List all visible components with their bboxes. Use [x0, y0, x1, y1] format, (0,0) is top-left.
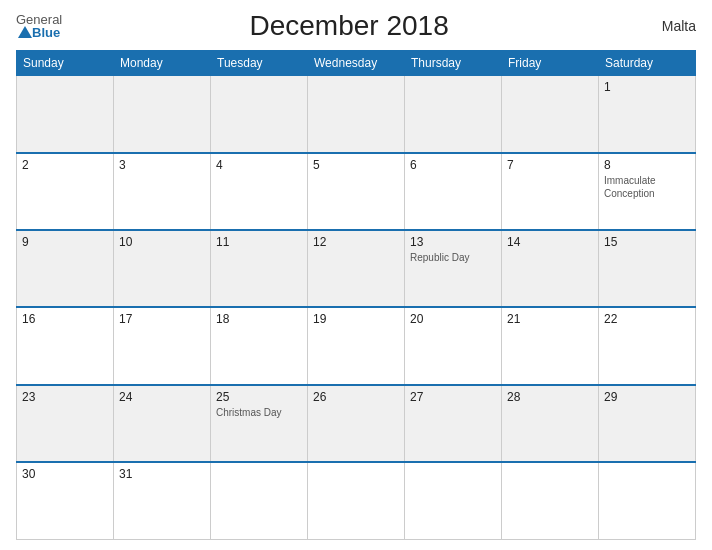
col-thursday: Thursday — [405, 51, 502, 76]
calendar-cell: 18 — [211, 307, 308, 384]
day-number: 4 — [216, 158, 302, 172]
calendar-cell: 13Republic Day — [405, 230, 502, 307]
day-number: 29 — [604, 390, 690, 404]
calendar-cell: 3 — [114, 153, 211, 230]
calendar-cell: 2 — [17, 153, 114, 230]
day-number: 13 — [410, 235, 496, 249]
calendar-cell: 19 — [308, 307, 405, 384]
calendar-cell: 12 — [308, 230, 405, 307]
day-number: 15 — [604, 235, 690, 249]
calendar-cell: 8Immaculate Conception — [599, 153, 696, 230]
calendar-cell — [599, 462, 696, 539]
logo: General Blue — [16, 13, 62, 39]
day-number: 14 — [507, 235, 593, 249]
calendar-cell: 31 — [114, 462, 211, 539]
days-header-row: Sunday Monday Tuesday Wednesday Thursday… — [17, 51, 696, 76]
calendar-cell — [308, 462, 405, 539]
col-sunday: Sunday — [17, 51, 114, 76]
day-number: 26 — [313, 390, 399, 404]
calendar-cell: 25Christmas Day — [211, 385, 308, 462]
table-row: 1 — [17, 76, 696, 153]
calendar-cell: 20 — [405, 307, 502, 384]
day-number: 2 — [22, 158, 108, 172]
day-number: 6 — [410, 158, 496, 172]
table-row: 910111213Republic Day1415 — [17, 230, 696, 307]
day-number: 30 — [22, 467, 108, 481]
calendar-cell — [17, 76, 114, 153]
calendar-cell: 6 — [405, 153, 502, 230]
day-number: 16 — [22, 312, 108, 326]
calendar-cell — [502, 462, 599, 539]
calendar-cell: 21 — [502, 307, 599, 384]
table-row: 3031 — [17, 462, 696, 539]
col-monday: Monday — [114, 51, 211, 76]
day-number: 3 — [119, 158, 205, 172]
col-wednesday: Wednesday — [308, 51, 405, 76]
day-number: 22 — [604, 312, 690, 326]
calendar-cell: 1 — [599, 76, 696, 153]
calendar-cell: 5 — [308, 153, 405, 230]
calendar-cell: 30 — [17, 462, 114, 539]
calendar-cell — [211, 462, 308, 539]
calendar-cell — [211, 76, 308, 153]
calendar-cell: 26 — [308, 385, 405, 462]
calendar-cell: 15 — [599, 230, 696, 307]
calendar-cell: 28 — [502, 385, 599, 462]
header: General Blue December 2018 Malta — [16, 10, 696, 42]
day-number: 17 — [119, 312, 205, 326]
calendar-cell: 27 — [405, 385, 502, 462]
holiday-label: Immaculate Conception — [604, 174, 690, 200]
country-label: Malta — [636, 18, 696, 34]
calendar-cell — [405, 462, 502, 539]
day-number: 20 — [410, 312, 496, 326]
table-row: 16171819202122 — [17, 307, 696, 384]
day-number: 27 — [410, 390, 496, 404]
col-tuesday: Tuesday — [211, 51, 308, 76]
day-number: 10 — [119, 235, 205, 249]
day-number: 1 — [604, 80, 690, 94]
day-number: 5 — [313, 158, 399, 172]
calendar-cell — [308, 76, 405, 153]
day-number: 12 — [313, 235, 399, 249]
logo-triangle-icon — [18, 26, 32, 38]
calendar-cell: 23 — [17, 385, 114, 462]
day-number: 11 — [216, 235, 302, 249]
col-friday: Friday — [502, 51, 599, 76]
calendar-cell: 29 — [599, 385, 696, 462]
holiday-label: Christmas Day — [216, 406, 302, 419]
calendar-cell: 7 — [502, 153, 599, 230]
calendar-cell: 22 — [599, 307, 696, 384]
calendar-cell: 16 — [17, 307, 114, 384]
holiday-label: Republic Day — [410, 251, 496, 264]
calendar-cell: 17 — [114, 307, 211, 384]
calendar-cell — [114, 76, 211, 153]
day-number: 31 — [119, 467, 205, 481]
calendar-cell — [502, 76, 599, 153]
day-number: 23 — [22, 390, 108, 404]
logo-blue-text: Blue — [32, 26, 60, 39]
calendar-cell: 14 — [502, 230, 599, 307]
logo-blue-row: Blue — [16, 26, 60, 39]
day-number: 24 — [119, 390, 205, 404]
calendar-table: Sunday Monday Tuesday Wednesday Thursday… — [16, 50, 696, 540]
table-row: 2345678Immaculate Conception — [17, 153, 696, 230]
calendar-page: General Blue December 2018 Malta Sunday … — [0, 0, 712, 550]
calendar-cell: 9 — [17, 230, 114, 307]
day-number: 19 — [313, 312, 399, 326]
table-row: 232425Christmas Day26272829 — [17, 385, 696, 462]
day-number: 28 — [507, 390, 593, 404]
col-saturday: Saturday — [599, 51, 696, 76]
calendar-cell: 4 — [211, 153, 308, 230]
day-number: 8 — [604, 158, 690, 172]
calendar-cell: 24 — [114, 385, 211, 462]
calendar-cell: 10 — [114, 230, 211, 307]
day-number: 18 — [216, 312, 302, 326]
day-number: 21 — [507, 312, 593, 326]
calendar-cell — [405, 76, 502, 153]
day-number: 9 — [22, 235, 108, 249]
page-title: December 2018 — [62, 10, 636, 42]
calendar-cell: 11 — [211, 230, 308, 307]
day-number: 25 — [216, 390, 302, 404]
day-number: 7 — [507, 158, 593, 172]
